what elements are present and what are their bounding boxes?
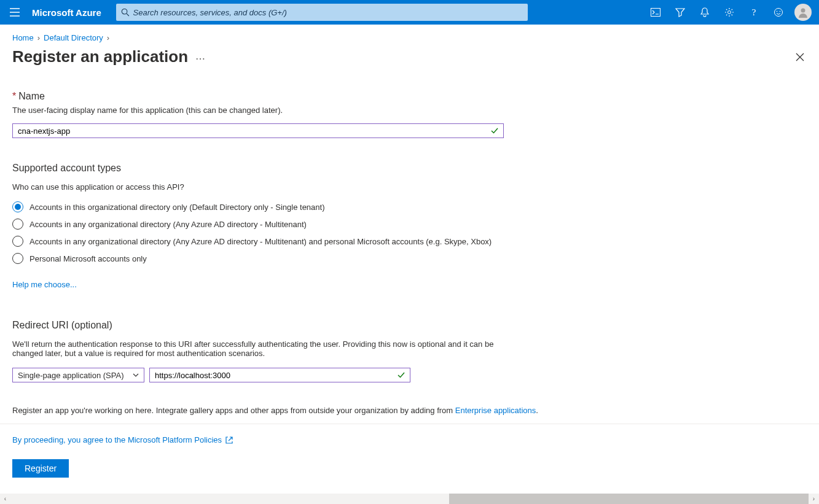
settings-button[interactable] — [717, 0, 742, 25]
brand-label[interactable]: Microsoft Azure — [29, 7, 109, 18]
svg-point-0 — [122, 9, 127, 14]
svg-rect-2 — [651, 9, 660, 17]
svg-point-8 — [801, 9, 805, 13]
help-icon: ? — [749, 7, 759, 17]
feedback-button[interactable] — [766, 0, 791, 25]
user-avatar[interactable] — [794, 4, 812, 21]
search-input[interactable] — [130, 8, 523, 17]
svg-point-5 — [775, 9, 783, 17]
svg-line-1 — [127, 14, 129, 16]
search-icon — [121, 8, 130, 17]
svg-point-6 — [777, 11, 778, 12]
bell-icon — [700, 7, 709, 17]
smiley-icon — [774, 7, 783, 17]
cloud-shell-icon — [651, 8, 660, 17]
directory-filter-button[interactable] — [668, 0, 692, 25]
gear-icon — [724, 7, 734, 17]
person-icon — [797, 6, 809, 18]
svg-point-7 — [780, 11, 781, 12]
cloud-shell-button[interactable] — [643, 0, 668, 25]
filter-icon — [675, 7, 685, 17]
global-search[interactable] — [116, 4, 528, 21]
hamburger-icon — [10, 8, 20, 17]
hamburger-menu-button[interactable] — [0, 0, 29, 25]
svg-text:?: ? — [752, 7, 756, 17]
top-nav-bar: Microsoft Azure ? — [0, 0, 819, 25]
notifications-button[interactable] — [692, 0, 717, 25]
help-button[interactable]: ? — [742, 0, 766, 25]
svg-point-3 — [728, 11, 731, 14]
